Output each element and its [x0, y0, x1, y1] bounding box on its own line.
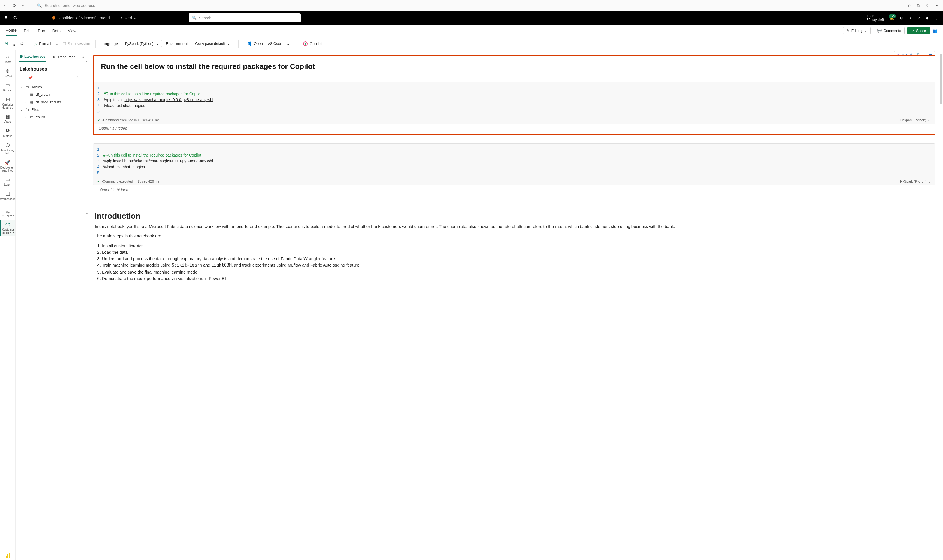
comments-button[interactable]: 💬 Comments: [874, 27, 904, 34]
output-hidden-label[interactable]: Output is hidden: [94, 124, 935, 134]
chevron-down-icon: ⌄: [287, 42, 290, 46]
back-icon[interactable]: ←: [3, 3, 7, 8]
tree-table-df-clean[interactable]: › ▦ df_clean: [18, 91, 80, 98]
markdown-cell-intro[interactable]: Introduction In this notebook, you'll se…: [93, 212, 935, 282]
notifications-icon[interactable]: 🔔125: [889, 16, 894, 20]
language-dropdown[interactable]: PySpark (Python) ⌄: [122, 40, 162, 47]
environment-dropdown[interactable]: Workspace default ⌄: [192, 40, 233, 47]
rail-browse[interactable]: ▭Browse: [3, 81, 13, 94]
settings-icon[interactable]: ⚙: [20, 42, 24, 46]
collapse-cell-icon[interactable]: ⌄: [85, 58, 89, 63]
refresh-icon[interactable]: ⟳: [13, 3, 16, 8]
tab-data[interactable]: Data: [52, 26, 61, 36]
tab-home[interactable]: Home: [6, 25, 17, 36]
chevron-down-icon: ⌄: [134, 16, 137, 20]
global-search[interactable]: 🔍 Search: [188, 14, 300, 22]
feedback-icon[interactable]: ☻: [925, 16, 929, 20]
tree-files-folder[interactable]: ⌄ 🗀 Files: [18, 106, 80, 114]
help-icon[interactable]: ?: [918, 16, 920, 20]
tab-run[interactable]: Run: [38, 26, 45, 36]
language-label: Language: [100, 42, 118, 46]
notebook-toolbar: 🖫 ⭳ ⚙ ▷ Run all ⌄ ☐ Stop session Languag…: [0, 37, 943, 51]
profile-icon[interactable]: ⋮: [935, 16, 938, 20]
kernel-selector[interactable]: PySpark (Python)⌄: [900, 118, 931, 122]
chevron-down-icon: ⌄: [864, 29, 867, 33]
powerbi-icon[interactable]: [5, 553, 11, 560]
download-icon[interactable]: ⭳: [909, 16, 912, 20]
extension-icon[interactable]: ◇: [908, 3, 911, 8]
run-all-button[interactable]: ▷ Run all: [34, 42, 51, 46]
split-icon[interactable]: ⧉: [917, 3, 920, 8]
download-icon[interactable]: ⭳: [12, 42, 16, 46]
cell-status: ✓ -Command executed in 15 sec 426 ms PyS…: [93, 177, 935, 185]
trial-status: Trial: 59 days left: [867, 14, 884, 22]
chevron-down-icon: ⌄: [20, 85, 23, 89]
data-icon: ⊞: [6, 97, 10, 102]
workspaces-icon: ◫: [6, 191, 10, 197]
whl-link[interactable]: https://aka.ms/chat-magics-0.0.0-py3-non…: [125, 97, 213, 102]
metrics-icon: ✪: [6, 128, 9, 134]
lakehouse-panel: ⬢ Lakehouses 🗎 Resources « Lakehouses r …: [16, 51, 83, 560]
rail-metrics[interactable]: ✪Metrics: [3, 126, 12, 139]
markdown-cell-highlighted[interactable]: Run the cell below to install the requir…: [93, 55, 935, 135]
breadcrumb-path[interactable]: Confidential\Microsoft Extend...: [59, 16, 113, 20]
intro-steps: Install custom libraries Load the data U…: [95, 243, 934, 282]
cell-heading: Run the cell below to install the requir…: [101, 62, 927, 71]
rail-workspaces[interactable]: ◫Workspaces: [0, 189, 16, 202]
sidepanel-tab-resources[interactable]: 🗎 Resources: [52, 52, 76, 61]
tree-table-df-pred[interactable]: › ▦ df_pred_results: [18, 98, 80, 106]
copilot-button[interactable]: Copilot: [303, 41, 322, 46]
swap-icon[interactable]: ⇄: [76, 75, 79, 80]
tree-tables-folder[interactable]: ⌄ 🗀 Tables: [18, 83, 80, 91]
whl-link[interactable]: https://aka.ms/chat-magics-0.0.0-py3-non…: [125, 159, 213, 163]
address-input[interactable]: Search or enter web address: [45, 3, 95, 8]
app-letter: C: [14, 15, 17, 20]
code-cell-1[interactable]: 12345 #Run this cell to install the requ…: [94, 82, 935, 134]
save-status[interactable]: Saved ⌄: [121, 16, 137, 20]
tree-folder-churn[interactable]: › 🗀 churn: [18, 114, 80, 121]
filter-input[interactable]: r: [20, 75, 25, 80]
check-icon: ✓: [97, 118, 100, 122]
intro-heading: Introduction: [95, 212, 934, 221]
scrollbar[interactable]: [940, 54, 942, 104]
chevron-down-icon[interactable]: ⌄: [55, 42, 59, 46]
rail-home[interactable]: ⌂Home: [3, 52, 12, 65]
rail-monitoring[interactable]: ◷Monitoring hub: [0, 141, 15, 157]
line-gutter: 12345: [97, 85, 104, 114]
home-icon: ⌂: [6, 54, 9, 60]
rail-onelake[interactable]: ⊞OneLake data hub: [0, 95, 15, 111]
rail-apps[interactable]: ▦Apps: [4, 112, 11, 125]
pin-icon[interactable]: 📌: [28, 75, 33, 80]
chevron-down-icon: ⌄: [20, 108, 23, 111]
share-button[interactable]: ↗ Share: [908, 27, 930, 34]
share-icon: ↗: [911, 29, 914, 33]
sidepanel-tab-lakehouses[interactable]: ⬢ Lakehouses: [19, 52, 46, 62]
output-hidden-label[interactable]: Output is hidden: [93, 185, 935, 196]
presence-icon[interactable]: 👥: [933, 29, 937, 33]
stop-session-button[interactable]: ☐ Stop session: [62, 42, 90, 46]
editing-mode-dropdown[interactable]: ✎ Editing ⌄: [843, 27, 871, 34]
code-cell-2[interactable]: 12345 #Run this cell to install the requ…: [93, 143, 935, 185]
tab-view[interactable]: View: [68, 26, 76, 36]
save-icon[interactable]: 🖫: [5, 42, 8, 46]
app-launcher-icon[interactable]: ⠿: [5, 15, 8, 21]
search-icon: 🔍: [192, 16, 197, 20]
home-icon[interactable]: ⌂: [22, 3, 24, 8]
kernel-selector[interactable]: PySpark (Python)⌄: [900, 180, 931, 183]
more-icon[interactable]: ⋯: [936, 3, 940, 8]
check-icon: ✓: [97, 180, 100, 183]
cell-status: ✓ -Command executed in 15 sec 426 ms PyS…: [94, 116, 935, 124]
rail-learn[interactable]: ▭Learn: [4, 175, 12, 188]
collapse-cell-icon[interactable]: ⌄: [85, 211, 89, 215]
code-content[interactable]: #Run this cell to install the required p…: [103, 146, 213, 176]
rail-create[interactable]: ⊕Create: [3, 67, 12, 80]
stop-icon: ☐: [62, 42, 66, 46]
rail-active-notebook[interactable]: </>Customer churn-513: [0, 220, 15, 236]
settings-icon[interactable]: ⚙: [900, 16, 903, 20]
tab-edit[interactable]: Edit: [24, 26, 31, 36]
favorites-icon[interactable]: ♡: [926, 3, 929, 8]
open-vscode-button[interactable]: Open in VS Code ⌄: [244, 40, 293, 48]
rail-deployment[interactable]: 🚀Deployment pipelines: [0, 158, 16, 174]
code-content[interactable]: #Run this cell to install the required p…: [104, 85, 213, 114]
rail-my-workspace[interactable]: My workspace: [0, 209, 15, 219]
